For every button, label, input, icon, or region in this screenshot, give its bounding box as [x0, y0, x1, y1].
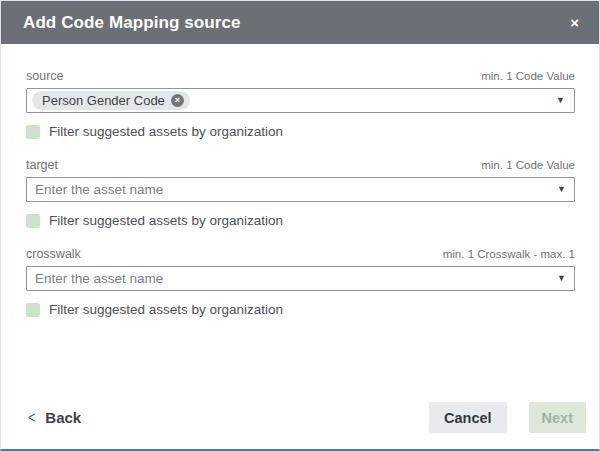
dialog-body: source min. 1 Code Value Person Gender C… [1, 44, 599, 402]
source-hint: min. 1 Code Value [481, 70, 575, 82]
chevron-down-icon[interactable]: ▼ [557, 274, 566, 283]
crosswalk-label: crosswalk [26, 247, 81, 261]
back-button[interactable]: < Back [27, 409, 81, 426]
source-filter-label: Filter suggested assets by organization [49, 124, 283, 139]
source-combobox[interactable]: Person Gender Code × ▼ [26, 88, 575, 113]
cancel-button[interactable]: Cancel [429, 402, 507, 433]
source-filter-row: Filter suggested assets by organization [26, 124, 575, 139]
target-label-row: target min. 1 Code Value [26, 158, 575, 172]
target-combobox: ▼ [26, 177, 575, 202]
back-label: Back [45, 409, 81, 426]
section-crosswalk: crosswalk min. 1 Crosswalk - max. 1 ▼ Fi… [26, 247, 575, 317]
chevron-down-icon[interactable]: ▼ [556, 96, 565, 105]
crosswalk-filter-checkbox[interactable] [26, 303, 40, 317]
source-chip-label: Person Gender Code [42, 93, 165, 108]
chevron-down-icon[interactable]: ▼ [557, 185, 566, 194]
target-hint: min. 1 Code Value [481, 159, 575, 171]
source-filter-checkbox[interactable] [26, 125, 40, 139]
dialog-footer: < Back Cancel Next [1, 402, 599, 449]
chip-remove-icon[interactable]: × [171, 94, 184, 107]
section-source: source min. 1 Code Value Person Gender C… [26, 69, 575, 139]
dialog-header: Add Code Mapping source × [1, 1, 599, 44]
chevron-left-icon: < [28, 410, 35, 426]
close-icon[interactable]: × [570, 15, 579, 30]
source-chip: Person Gender Code × [32, 91, 190, 110]
target-filter-label: Filter suggested assets by organization [49, 213, 283, 228]
section-target: target min. 1 Code Value ▼ Filter sugges… [26, 158, 575, 228]
source-label: source [26, 69, 64, 83]
crosswalk-filter-label: Filter suggested assets by organization [49, 302, 283, 317]
crosswalk-asset-input[interactable] [26, 266, 575, 291]
add-code-mapping-source-dialog: Add Code Mapping source × source min. 1 … [0, 0, 600, 451]
source-label-row: source min. 1 Code Value [26, 69, 575, 83]
crosswalk-hint: min. 1 Crosswalk - max. 1 [443, 248, 575, 260]
target-label: target [26, 158, 58, 172]
target-asset-input[interactable] [26, 177, 575, 202]
next-button[interactable]: Next [529, 402, 586, 433]
target-filter-checkbox[interactable] [26, 214, 40, 228]
crosswalk-label-row: crosswalk min. 1 Crosswalk - max. 1 [26, 247, 575, 261]
target-filter-row: Filter suggested assets by organization [26, 213, 575, 228]
crosswalk-filter-row: Filter suggested assets by organization [26, 302, 575, 317]
dialog-title: Add Code Mapping source [23, 13, 570, 33]
crosswalk-combobox: ▼ [26, 266, 575, 291]
